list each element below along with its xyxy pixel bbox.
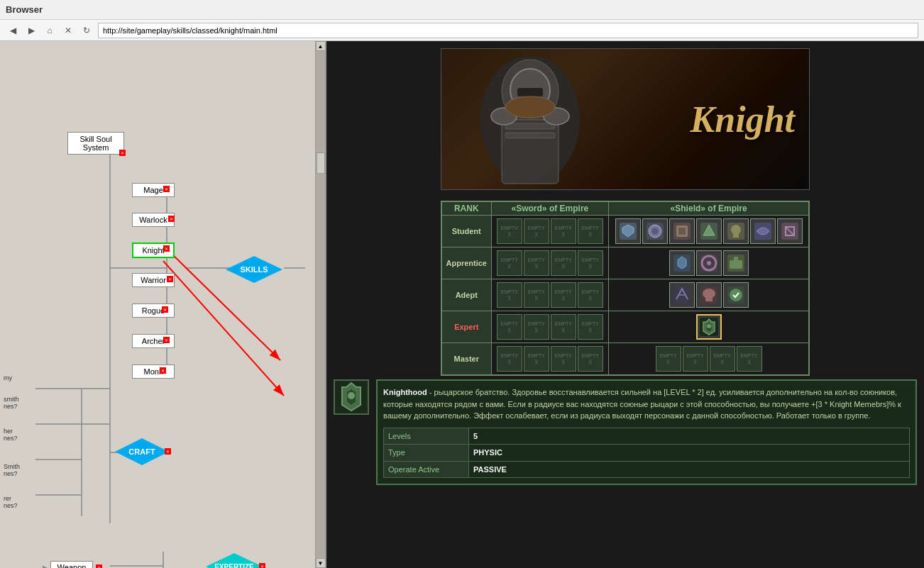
shield-skill-slot[interactable]: [723, 218, 749, 244]
monk-node[interactable]: Monk: [132, 364, 175, 379]
url-input[interactable]: [98, 23, 918, 38]
svg-point-64: [730, 289, 742, 301]
forward-button[interactable]: ▶: [24, 23, 38, 38]
home-button[interactable]: ⌂: [43, 23, 57, 38]
archer-label: Archer: [142, 337, 165, 345]
shield-skill-slot[interactable]: [696, 250, 722, 276]
apprentice-shield-cells: [609, 247, 809, 279]
levels-value: 5: [469, 428, 910, 445]
adept-sword-cells: EMPTY)( EMPTY)( EMPTY)( EMPTY)(: [491, 279, 609, 311]
svg-rect-62: [705, 296, 713, 301]
archer-delete[interactable]: ✕: [163, 337, 170, 343]
skill-slot[interactable]: EMPTY)(: [578, 314, 603, 340]
shield-skill-slot[interactable]: [696, 218, 722, 244]
student-rank: Student: [441, 216, 491, 247]
monk-delete[interactable]: ✕: [160, 367, 166, 374]
skill-description-body: - рыцарское братство. Здоровье восстанав…: [383, 388, 901, 420]
shield-skill-slot[interactable]: [669, 218, 695, 244]
skill-slot[interactable]: EMPTY)(: [524, 346, 549, 372]
skill-slot[interactable]: EMPTY)(: [551, 314, 576, 340]
student-shield-cells: [609, 216, 809, 247]
skill-soul-system-delete[interactable]: ✕: [119, 150, 126, 156]
skill-slot[interactable]: EMPTY)(: [497, 250, 522, 276]
skill-slot[interactable]: EMPTY)(: [656, 346, 681, 372]
shield-skill-slot[interactable]: [696, 282, 722, 308]
scroll-track[interactable]: [316, 51, 326, 558]
knight-label: Knight: [142, 246, 164, 255]
shield-skill-slot[interactable]: [723, 250, 749, 276]
rogue-delete[interactable]: ✕: [162, 306, 168, 313]
skill-slot[interactable]: EMPTY)(: [497, 282, 522, 308]
scroll-thumb[interactable]: [317, 152, 325, 174]
node-graph-panel: Skill SoulSystem ✕ Mage ✕ Warlock ✕ Knig…: [0, 41, 326, 568]
scroll-up-button[interactable]: ▲: [316, 41, 326, 51]
skill-slot[interactable]: EMPTY)(: [551, 218, 576, 244]
shield-skill-slot[interactable]: [723, 282, 749, 308]
close-button[interactable]: ✕: [61, 23, 75, 38]
skills-table: RANK «Sword» of Empire «Shield» of Empir…: [441, 201, 810, 376]
craft-label: CRAFT: [128, 447, 155, 456]
skill-slot[interactable]: EMPTY)(: [578, 218, 603, 244]
shield-skill-slot[interactable]: [669, 250, 695, 276]
skill-slot[interactable]: EMPTY)(: [578, 282, 603, 308]
knight-delete[interactable]: ✕: [163, 245, 170, 252]
type-stat-row: Type PHYSIC: [384, 445, 910, 462]
skill-slot[interactable]: EMPTY)(: [497, 218, 522, 244]
expertize-delete[interactable]: ✕: [259, 563, 265, 568]
left-label-1: my: [4, 374, 12, 382]
expertize-label: EXPERTIZE: [214, 563, 254, 569]
skill-slot[interactable]: EMPTY)(: [551, 282, 576, 308]
skill-slot[interactable]: EMPTY)(: [524, 218, 549, 244]
shield-skill-slot[interactable]: [642, 218, 668, 244]
warlock-label: Warlock: [139, 216, 167, 224]
mage-delete[interactable]: ✕: [163, 186, 170, 192]
knighthood-skill-slot[interactable]: [696, 314, 722, 340]
left-panel-scrollbar[interactable]: ▲ ▼: [315, 41, 325, 568]
svg-rect-42: [678, 228, 686, 235]
browser-content-panel: Knight RANK «Sword» of Empire «Shield» o…: [326, 41, 924, 568]
master-row: Master EMPTY)( EMPTY)( EMPTY)( EMPTY)( E…: [441, 343, 809, 376]
skill-slot[interactable]: EMPTY)(: [524, 250, 549, 276]
main-layout: Skill SoulSystem ✕ Mage ✕ Warlock ✕ Knig…: [0, 41, 924, 568]
knighthood-large-icon[interactable]: [334, 379, 369, 415]
master-rank: Master: [441, 343, 491, 376]
skill-slot[interactable]: EMPTY)(: [578, 346, 603, 372]
adept-rank: Adept: [441, 279, 491, 311]
skill-soul-system-node[interactable]: Skill SoulSystem: [67, 132, 124, 155]
skill-slot[interactable]: EMPTY)(: [737, 346, 762, 372]
weapon-node[interactable]: Weapon: [50, 561, 93, 568]
student-sword-cells: EMPTY)( EMPTY)( EMPTY)( EMPTY)(: [491, 216, 609, 247]
svg-point-54: [707, 261, 711, 265]
rogue-node[interactable]: Rogue: [132, 304, 175, 318]
warlock-delete[interactable]: ✕: [168, 216, 175, 222]
craft-delete[interactable]: ✕: [165, 448, 171, 455]
skill-slot[interactable]: EMPTY)(: [524, 282, 549, 308]
skill-slot[interactable]: EMPTY)(: [497, 314, 522, 340]
expertize-diamond[interactable]: EXPERTIZE: [206, 553, 263, 568]
mage-label: Mage: [143, 186, 163, 194]
refresh-button[interactable]: ↻: [79, 23, 94, 38]
skill-slot[interactable]: EMPTY)(: [524, 314, 549, 340]
skill-slot[interactable]: EMPTY)(: [683, 346, 708, 372]
shield-skill-slot[interactable]: [669, 282, 695, 308]
skill-slot[interactable]: EMPTY)(: [578, 250, 603, 276]
back-button[interactable]: ◀: [6, 23, 20, 38]
skill-description-box: Knighthood - рыцарское братство. Здоровь…: [376, 379, 917, 485]
craft-diamond[interactable]: CRAFT: [115, 438, 169, 465]
scroll-down-button[interactable]: ▼: [316, 558, 326, 568]
warrior-delete[interactable]: ✕: [167, 276, 173, 282]
weapon-delete[interactable]: ✕: [96, 564, 102, 569]
shield-skill-slot[interactable]: [777, 218, 803, 244]
levels-label: Levels: [384, 428, 469, 445]
skill-slot[interactable]: EMPTY)(: [551, 346, 576, 372]
shield-skill-slot[interactable]: [750, 218, 776, 244]
skill-name: Knighthood: [383, 388, 427, 396]
skill-slot[interactable]: EMPTY)(: [710, 346, 735, 372]
expert-sword-cells: EMPTY)( EMPTY)( EMPTY)( EMPTY)(: [491, 311, 609, 343]
skills-diamond[interactable]: SKILLS: [226, 256, 282, 283]
skill-slot[interactable]: EMPTY)(: [497, 346, 522, 372]
shield-skill-slot[interactable]: [615, 218, 641, 244]
svg-rect-31: [505, 123, 555, 129]
weapon-expand-icon[interactable]: ▶: [43, 564, 48, 569]
skill-slot[interactable]: EMPTY)(: [551, 250, 576, 276]
